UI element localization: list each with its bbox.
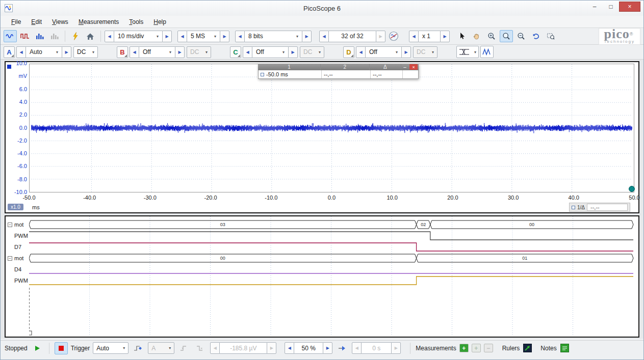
channel-d-coupling-dropdown[interactable]: DC▾ [413,46,437,58]
dropdown-caret-icon: ▾ [92,50,94,54]
scope-view-button[interactable] [4,30,17,42]
edit-measurement-button[interactable]: + [472,344,481,352]
spin-left-button[interactable]: ◀ [177,31,187,42]
maximize-button[interactable]: □ [603,2,619,12]
buffer-overview-button[interactable] [387,30,400,42]
channel-c-coupling-dropdown[interactable]: DC▾ [300,46,324,58]
timebase-value[interactable]: 10 ms/div▾ [114,31,162,42]
hand-tool-button[interactable] [470,30,483,42]
menu-edit[interactable]: Edit [27,17,46,27]
zoom-window-tool-button[interactable] [500,30,513,42]
spin-left-button[interactable]: ◀ [130,46,139,58]
auto-setup-button[interactable] [69,30,82,42]
advanced-trigger-button[interactable] [177,342,191,354]
run-button[interactable] [31,342,44,354]
persistence-view-button[interactable] [18,30,32,42]
inverse-delta-label: 1/Δ [577,205,585,210]
delete-measurement-button[interactable]: − [484,344,493,352]
samples-value[interactable]: 5 MS▾ [187,31,220,42]
spin-right-button[interactable]: ▶ [220,31,229,42]
group-collapse-box[interactable]: − [8,256,12,261]
spin-right-button[interactable]: ▶ [302,31,312,42]
zoom-in-tool-button[interactable] [485,30,498,42]
group-collapse-box[interactable]: − [8,223,12,227]
ruler-legend-close-button[interactable]: × [409,64,418,70]
menu-measurements[interactable]: Measurements [74,17,123,27]
channel-c-range-spinner: ◀ Off▾ ▶ [243,46,298,58]
ruler-legend[interactable]: 1 2 Δ – × -50.0 ms --,-- --,-- [258,64,419,79]
channel-a-range-value[interactable]: Auto▾ [26,46,62,58]
signal-generator-button[interactable] [480,46,494,58]
digital-channel-label[interactable]: D4 [14,266,21,272]
notes-button[interactable] [560,343,570,353]
spin-left-button[interactable]: ◀ [16,46,26,58]
channel-d-coupling-text: DC [417,48,425,56]
digital-channel-label[interactable]: mot [14,221,23,228]
zoom-factor-value[interactable]: x 1 [419,31,440,42]
edge-trigger-button[interactable] [194,342,207,354]
channel-b-coupling-dropdown[interactable]: DC▾ [187,46,211,58]
rulers-button[interactable] [523,343,532,353]
channel-b-button[interactable]: B [117,46,128,58]
digital-channel-label[interactable]: PWM [14,233,28,239]
spin-right-button[interactable]: ▶ [267,342,276,354]
spectrum-view-button[interactable] [33,30,46,42]
spin-left-button[interactable]: ◀ [356,46,366,58]
add-measurement-button[interactable]: + [459,344,469,352]
channel-b-range-value[interactable]: Off▾ [139,46,175,58]
spin-right-button[interactable]: ▶ [323,342,332,354]
post-trigger-button[interactable] [336,342,349,354]
trigger-source-dropdown[interactable]: A▾ [148,342,174,354]
rulers-icon [523,344,532,352]
trigger-mode-dropdown[interactable]: Auto▾ [93,342,128,354]
digital-inputs-button[interactable]: ▾ [456,46,479,58]
scope-plot[interactable] [29,64,634,192]
spin-left-button[interactable]: ◀ [210,342,220,354]
spin-right-button[interactable]: ▶ [175,46,185,58]
spin-right-button[interactable]: ▶ [376,31,385,42]
select-tool-button[interactable] [455,30,469,42]
channel-d-range-value[interactable]: Off▾ [366,46,401,58]
channel-d-button[interactable]: D [343,46,354,58]
spin-left-button[interactable]: ◀ [235,31,245,42]
stop-button[interactable] [55,342,68,354]
y-axis-tick: -6.0 [6,163,27,169]
spin-right-button[interactable]: ▶ [62,46,71,58]
spin-right-button[interactable]: ▶ [162,31,172,42]
menu-help[interactable]: Help [149,17,171,27]
spin-left-button[interactable]: ◀ [105,31,114,42]
spin-left-button[interactable]: ◀ [319,31,329,42]
histogram-view-button[interactable] [48,30,61,42]
spin-right-button[interactable]: ▶ [288,46,298,58]
marquee-zoom-tool-button[interactable] [544,30,557,42]
channel-c-range-value[interactable]: Off▾ [252,46,288,58]
zoom-out-tool-button[interactable] [514,30,528,42]
digital-channel-label[interactable]: D7 [14,244,21,250]
spin-right-button[interactable]: ▶ [401,46,411,58]
ruler-legend-minimize-button[interactable]: – [401,64,408,70]
spin-left-button[interactable]: ◀ [409,31,419,42]
trigger-marker-handle[interactable] [629,186,635,192]
menu-views[interactable]: Views [47,17,73,27]
home-button[interactable] [84,30,97,42]
channel-a-coupling-dropdown[interactable]: DC▾ [73,46,98,58]
digital-channel-label[interactable]: mot [14,255,23,261]
channel-c-button[interactable]: C [230,46,241,58]
undo-zoom-button[interactable] [529,30,543,42]
resolution-value[interactable]: 8 bits▾ [245,31,302,42]
channel-a-button[interactable]: A [4,46,15,58]
spin-right-button[interactable]: ▶ [391,342,401,354]
home-icon [86,33,94,40]
menu-tools[interactable]: Tools [124,17,148,27]
menu-file[interactable]: File [7,17,25,27]
close-button[interactable]: × [619,2,640,12]
spin-left-button[interactable]: ◀ [352,342,362,354]
spin-right-button[interactable]: ▶ [440,31,450,42]
trigger-marker-button[interactable] [132,342,145,354]
ruler-legend-header[interactable]: 1 2 Δ – × [258,64,419,70]
digital-traces-plot[interactable]: 0302000001 [29,216,636,337]
spin-left-button[interactable]: ◀ [243,46,252,58]
spin-left-button[interactable]: ◀ [285,342,294,354]
minimize-button[interactable]: – [586,2,603,12]
digital-channel-label[interactable]: PWM [14,278,28,284]
